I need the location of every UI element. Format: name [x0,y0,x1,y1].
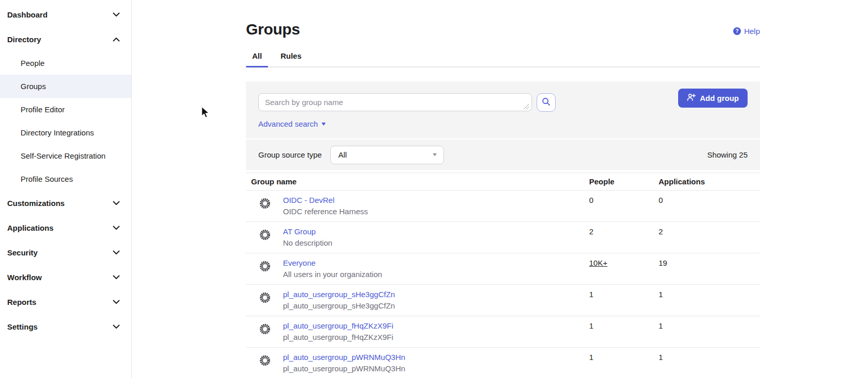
caret-down-icon [433,153,437,156]
group-gear-icon [246,348,283,368]
search-button[interactable] [537,93,556,112]
sidebar-item-label: Workflow [7,273,42,282]
group-gear-icon [246,222,283,242]
sidebar-item-label: Profile Sources [21,175,73,183]
chevron-down-icon [113,201,120,205]
group-gear-icon [246,253,283,273]
applications-count: 0 [659,191,760,204]
applications-count: 2 [659,222,760,236]
sidebar-item-label: Self-Service Registration [21,151,105,160]
sidebar-item-settings[interactable]: Settings [0,314,131,339]
sidebar-item-profile-editor[interactable]: Profile Editor [0,98,131,121]
sidebar-item-label: Security [7,248,38,257]
group-description: pl_auto_usergroup_pWRNMuQ3Hn [283,364,589,373]
sidebar-item-reports[interactable]: Reports [0,289,131,314]
add-group-label: Add group [700,94,739,102]
group-description: pl_auto_usergroup_fHqZKzX9Fi [283,333,589,341]
people-count-link[interactable]: 10K+ [589,259,607,267]
search-icon [542,97,551,108]
table-row: OIDC - DevRel OIDC reference Harness 0 0 [246,191,760,222]
chevron-down-icon [113,324,120,329]
sidebar-item-label: Customizations [7,199,65,208]
group-name-link[interactable]: OIDC - DevRel [283,196,334,204]
group-name-link[interactable]: pl_auto_usergroup_fHqZKzX9Fi [283,321,393,330]
add-group-button[interactable]: Add group [678,89,748,108]
sidebar-item-workflow[interactable]: Workflow [0,265,131,289]
group-description: All users in your organization [283,270,589,279]
table-row: pl_auto_usergroup_pWRNMuQ3Hn pl_auto_use… [246,348,760,378]
table-header: Group name People Applications [246,173,760,191]
column-header-applications: Applications [659,177,760,186]
applications-count: 19 [659,253,760,267]
sidebar-item-label: Applications [7,224,54,232]
group-gear-icon [246,191,283,211]
sidebar-item-groups[interactable]: Groups [0,75,131,98]
sidebar-item-label: Directory Integrations [21,128,94,137]
people-count: 1 [589,285,659,299]
sidebar-item-label: Reports [7,298,37,306]
chevron-down-icon [113,250,120,255]
sidebar-item-label: Dashboard [7,10,47,19]
people-count: 0 [589,191,659,204]
sidebar-item-people[interactable]: People [0,51,131,75]
tabbar: All Rules [246,51,760,67]
applications-count: 1 [659,285,760,299]
group-name-link[interactable]: AT Group [283,227,316,236]
search-input[interactable] [258,93,532,111]
people-count: 1 [589,316,659,330]
help-link[interactable]: ? Help [733,27,760,36]
table-row: pl_auto_usergroup_sHe3ggCfZn pl_auto_use… [246,285,760,316]
sidebar-item-self-service-registration[interactable]: Self-Service Registration [0,144,131,167]
sidebar-item-dashboard[interactable]: Dashboard [0,2,131,27]
group-name-link[interactable]: pl_auto_usergroup_sHe3ggCfZn [283,290,395,299]
chevron-up-icon [113,37,120,42]
chevron-down-icon [113,300,120,304]
sidebar-item-security[interactable]: Security [0,240,131,265]
sidebar-item-customizations[interactable]: Customizations [0,191,131,215]
chevron-down-icon [113,12,120,17]
page-title: Groups [246,0,760,38]
toolbar-panel: Advanced search Add group [246,81,760,170]
people-count: 1 [589,348,659,362]
sidebar-item-profile-sources[interactable]: Profile Sources [0,167,131,191]
group-name-link[interactable]: Everyone [283,259,315,267]
add-group-icon [687,93,696,103]
applications-count: 1 [659,316,760,330]
showing-count: Showing 25 [707,150,748,159]
sidebar-item-label: People [21,59,45,67]
question-mark-icon: ? [733,27,741,35]
sidebar: Dashboard Directory People Groups Profil… [0,0,132,378]
column-header-people: People [589,177,659,186]
sidebar-item-label: Settings [7,322,38,331]
sidebar-item-label: Groups [21,82,46,91]
chevron-down-icon [113,275,120,280]
group-source-type-select[interactable]: All [330,146,444,164]
tab-all[interactable]: All [246,51,268,66]
sidebar-item-label: Profile Editor [21,105,65,114]
sidebar-item-label: Directory [7,35,41,44]
sidebar-item-applications[interactable]: Applications [0,215,131,240]
caret-down-icon [322,123,326,126]
group-description: pl_auto_usergroup_sHe3ggCfZn [283,301,589,310]
select-value: All [338,150,347,159]
tab-rules[interactable]: Rules [274,51,308,66]
group-description: OIDC reference Harness [283,207,589,216]
chevron-down-icon [113,226,120,230]
table-row: Everyone All users in your organization … [246,253,760,285]
sidebar-item-directory[interactable]: Directory [0,27,131,51]
main-content: Groups ? Help All Rules [132,0,868,378]
help-label: Help [744,27,760,36]
column-header-group-name: Group name [246,177,589,186]
group-source-type-label: Group source type [258,150,322,159]
advanced-search-link[interactable]: Advanced search [258,119,326,128]
group-gear-icon [246,285,283,305]
table-row: pl_auto_usergroup_fHqZKzX9Fi pl_auto_use… [246,316,760,348]
table-row: AT Group No description 2 2 [246,222,760,253]
people-count: 2 [589,222,659,236]
group-description: No description [283,238,589,247]
applications-count: 1 [659,348,760,362]
group-gear-icon [246,316,283,336]
sidebar-item-directory-integrations[interactable]: Directory Integrations [0,121,131,144]
advanced-search-label: Advanced search [258,119,318,128]
group-name-link[interactable]: pl_auto_usergroup_pWRNMuQ3Hn [283,353,405,362]
